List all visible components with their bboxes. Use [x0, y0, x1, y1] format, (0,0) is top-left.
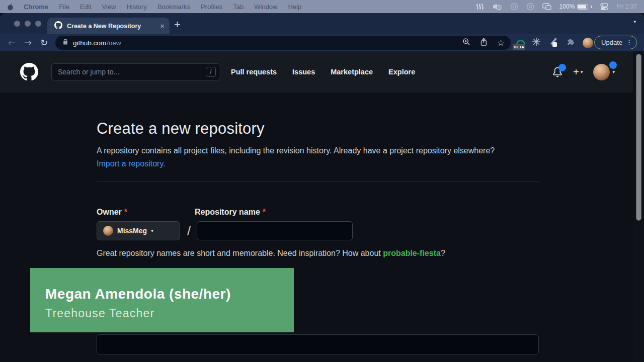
reload-icon[interactable]: ↻ — [40, 36, 48, 49]
menubar-item-bookmarks[interactable]: Bookmarks — [157, 3, 190, 11]
hint-question-mark: ? — [441, 249, 445, 257]
battery-percent: 100% — [559, 3, 575, 10]
minimize-window-button[interactable] — [25, 21, 31, 27]
zoom-window-button[interactable] — [35, 21, 41, 27]
tab-title: Create a New Repository — [67, 23, 155, 30]
intro-copy: A repository contains all project files,… — [97, 146, 495, 155]
window-controls — [14, 21, 41, 27]
battery-indicator[interactable]: 100% — [559, 3, 593, 10]
page-title: Create a new repository — [97, 120, 539, 138]
user-menu-caret-icon: ▾ — [612, 69, 615, 74]
omnibox-actions: ☆ — [462, 38, 505, 48]
menubar-items: Chrome File Edit View History Bookmarks … — [24, 3, 301, 11]
owner-name: MissMeg — [117, 227, 147, 235]
github-search-box[interactable]: / — [51, 63, 220, 80]
nav-explore[interactable]: Explore — [388, 68, 415, 76]
browser-profile-avatar[interactable] — [583, 38, 593, 48]
update-button[interactable]: Update ⋮ — [594, 36, 637, 49]
required-asterisk: * — [124, 208, 127, 216]
github-nav: Pull requests Issues Marketplace Explore — [231, 51, 415, 93]
url-host: github.com — [73, 39, 106, 47]
forward-icon[interactable]: → — [24, 36, 32, 49]
user-menu[interactable]: ▾ — [593, 64, 615, 80]
search-input[interactable] — [58, 68, 206, 76]
extensions-puzzle-icon[interactable] — [566, 37, 575, 48]
share-icon[interactable] — [480, 38, 488, 48]
menubar-item-history[interactable]: History — [126, 3, 146, 11]
nav-pull-requests[interactable]: Pull requests — [231, 68, 277, 76]
owner-repo-separator: / — [187, 223, 191, 239]
menubar-item-file[interactable]: File — [59, 3, 69, 11]
pen-extension-icon[interactable] — [548, 36, 558, 49]
menubar-item-profiles[interactable]: Profiles — [201, 3, 222, 11]
bookmark-star-icon[interactable]: ☆ — [497, 39, 505, 47]
screen-mirroring-icon[interactable] — [542, 3, 551, 10]
back-icon[interactable]: ← — [8, 36, 16, 49]
lower-third-overlay: Megan Amendola (she/her) Treehouse Teach… — [30, 268, 294, 332]
nav-marketplace[interactable]: Marketplace — [331, 68, 373, 76]
beta-badge: BETA — [513, 44, 525, 50]
sync-app-icon[interactable] — [526, 3, 534, 11]
presenter-name: Megan Amendola (she/her) — [45, 286, 294, 302]
owner-dropdown[interactable]: MissMeg ▾ — [97, 221, 180, 240]
battery-nub — [591, 6, 592, 8]
zoom-page-icon[interactable] — [462, 38, 470, 48]
browser-tab[interactable]: Create a New Repository × — [47, 18, 170, 34]
intro-text: A repository contains all project files,… — [97, 144, 514, 170]
overflow-menu-icon[interactable]: ⋮ — [626, 39, 632, 46]
scrollbar-track[interactable] — [633, 51, 644, 362]
browser-toolbar: ← → ↻ github.com/new ☆ — [0, 34, 644, 51]
waves-icon[interactable] — [476, 3, 484, 10]
settings-extension-icon[interactable] — [532, 37, 541, 48]
menubar-item-chrome[interactable]: Chrome — [24, 3, 48, 11]
screen: Chrome File Edit View History Bookmarks … — [0, 0, 644, 362]
create-new-dropdown[interactable]: +▾ — [573, 66, 583, 78]
slash-shortcut-hint: / — [206, 67, 216, 77]
owner-avatar — [103, 226, 113, 236]
nav-issues[interactable]: Issues — [292, 68, 315, 76]
user-avatar[interactable] — [593, 64, 610, 80]
owner-label: Owner* — [97, 208, 195, 217]
url-path: /new — [107, 39, 121, 47]
control-center-icon[interactable] — [600, 3, 608, 11]
scrollbar-thumb[interactable] — [636, 54, 641, 221]
github-logo-icon[interactable] — [20, 63, 38, 83]
menubar-item-help[interactable]: Help — [288, 3, 302, 11]
apple-menu-icon[interactable] — [7, 3, 14, 11]
menubar-item-window[interactable]: Window — [254, 3, 277, 11]
update-label: Update — [601, 39, 622, 46]
address-bar[interactable]: github.com/new ☆ — [55, 36, 511, 50]
suggested-repo-name[interactable]: probable-fiesta — [383, 249, 441, 257]
owner-caret-icon: ▾ — [151, 228, 153, 233]
owner-label-text: Owner — [97, 208, 122, 216]
chevron-down-icon[interactable]: ▾ — [633, 19, 636, 24]
extensions-cluster: BETA — [514, 35, 593, 50]
beta-extension-icon[interactable]: BETA — [514, 38, 524, 48]
tab-strip: Create a New Repository × + ▾ — [0, 13, 644, 34]
repo-name-label-text: Repository name — [195, 208, 260, 216]
close-tab-icon[interactable]: × — [160, 22, 165, 30]
required-asterisk: * — [263, 208, 266, 216]
repository-name-input[interactable] — [197, 221, 353, 240]
github-header: / Pull requests Issues Marketplace Explo… — [0, 51, 644, 93]
presenter-role: Treehouse Teacher — [45, 307, 294, 320]
avatar-notification-dot — [609, 61, 617, 69]
notifications-button[interactable] — [552, 67, 562, 77]
menubar-clock[interactable]: Fri 2:37 — [616, 3, 637, 10]
close-window-button[interactable] — [14, 21, 20, 27]
import-repository-link[interactable]: Import a repository. — [97, 159, 166, 168]
owner-repo-row: MissMeg ▾ / — [97, 221, 539, 240]
divider — [97, 182, 539, 182]
macos-menubar: Chrome File Edit View History Bookmarks … — [0, 0, 644, 13]
battery-icon — [577, 4, 588, 10]
hint-text: Great repository names are short and mem… — [97, 249, 383, 257]
new-tab-button[interactable]: + — [174, 18, 181, 31]
description-input[interactable] — [97, 334, 539, 354]
github-header-actions: +▾ ▾ — [552, 51, 615, 93]
menubar-item-view[interactable]: View — [102, 3, 116, 11]
timer-app-icon[interactable]: o — [492, 3, 502, 11]
menubar-item-tab[interactable]: Tab — [233, 3, 244, 11]
menubar-item-edit[interactable]: Edit — [80, 3, 91, 11]
repo-name-label: Repository name* — [195, 208, 266, 217]
meet-app-icon[interactable] — [510, 3, 518, 11]
